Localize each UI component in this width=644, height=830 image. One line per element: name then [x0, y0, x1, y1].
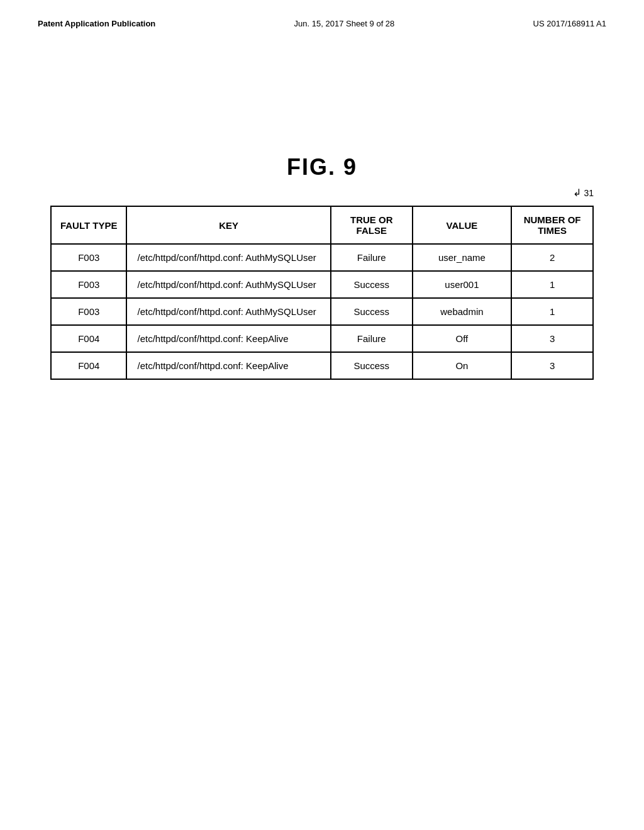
data-table: FAULT TYPE KEY TRUE OR FALSE VALUE NUMBE… — [50, 206, 594, 380]
cell-value: user_name — [413, 244, 512, 271]
header-right: US 2017/168911 A1 — [533, 19, 606, 28]
cell-fault-type: F004 — [51, 325, 126, 352]
cell-true-false: Success — [331, 298, 413, 325]
reference-arrow: ↲ — [573, 187, 581, 199]
cell-key: /etc/httpd/conf/httpd.conf: KeepAlive — [126, 325, 330, 352]
cell-true-false: Failure — [331, 244, 413, 271]
table-row: F003/etc/httpd/conf/httpd.conf: AuthMySQ… — [51, 298, 593, 325]
cell-fault-type: F003 — [51, 271, 126, 298]
table-container: ↲ 31 FAULT TYPE KEY TRUE OR FALSE VALUE … — [50, 206, 594, 380]
cell-number-of-times: 3 — [511, 325, 593, 352]
cell-key: /etc/httpd/conf/httpd.conf: AuthMySQLUse… — [126, 298, 330, 325]
cell-fault-type: F003 — [51, 244, 126, 271]
table-row: F003/etc/httpd/conf/httpd.conf: AuthMySQ… — [51, 244, 593, 271]
col-header-value: VALUE — [413, 206, 512, 244]
cell-key: /etc/httpd/conf/httpd.conf: AuthMySQLUse… — [126, 271, 330, 298]
table-row: F003/etc/httpd/conf/httpd.conf: AuthMySQ… — [51, 271, 593, 298]
cell-fault-type: F004 — [51, 352, 126, 379]
page-header: Patent Application Publication Jun. 15, … — [0, 0, 644, 41]
figure-title: FIG. 9 — [0, 154, 644, 180]
col-header-true-false: TRUE OR FALSE — [331, 206, 413, 244]
cell-value: Off — [413, 325, 512, 352]
cell-fault-type: F003 — [51, 298, 126, 325]
reference-label: ↲ 31 — [573, 187, 594, 199]
col-header-fault-type: FAULT TYPE — [51, 206, 126, 244]
cell-value: webadmin — [413, 298, 512, 325]
table-header-row: FAULT TYPE KEY TRUE OR FALSE VALUE NUMBE… — [51, 206, 593, 244]
table-row: F004/etc/httpd/conf/httpd.conf: KeepAliv… — [51, 352, 593, 379]
table-row: F004/etc/httpd/conf/httpd.conf: KeepAliv… — [51, 325, 593, 352]
col-header-number-of-times: NUMBER OF TIMES — [511, 206, 593, 244]
cell-number-of-times: 2 — [511, 244, 593, 271]
cell-key: /etc/httpd/conf/httpd.conf: KeepAlive — [126, 352, 330, 379]
cell-value: user001 — [413, 271, 512, 298]
cell-key: /etc/httpd/conf/httpd.conf: AuthMySQLUse… — [126, 244, 330, 271]
header-center: Jun. 15, 2017 Sheet 9 of 28 — [294, 19, 395, 28]
col-header-key: KEY — [126, 206, 330, 244]
header-left: Patent Application Publication — [38, 19, 155, 28]
cell-true-false: Success — [331, 352, 413, 379]
reference-number: 31 — [584, 188, 594, 198]
cell-number-of-times: 1 — [511, 298, 593, 325]
cell-true-false: Success — [331, 271, 413, 298]
cell-value: On — [413, 352, 512, 379]
cell-number-of-times: 1 — [511, 271, 593, 298]
cell-true-false: Failure — [331, 325, 413, 352]
cell-number-of-times: 3 — [511, 352, 593, 379]
